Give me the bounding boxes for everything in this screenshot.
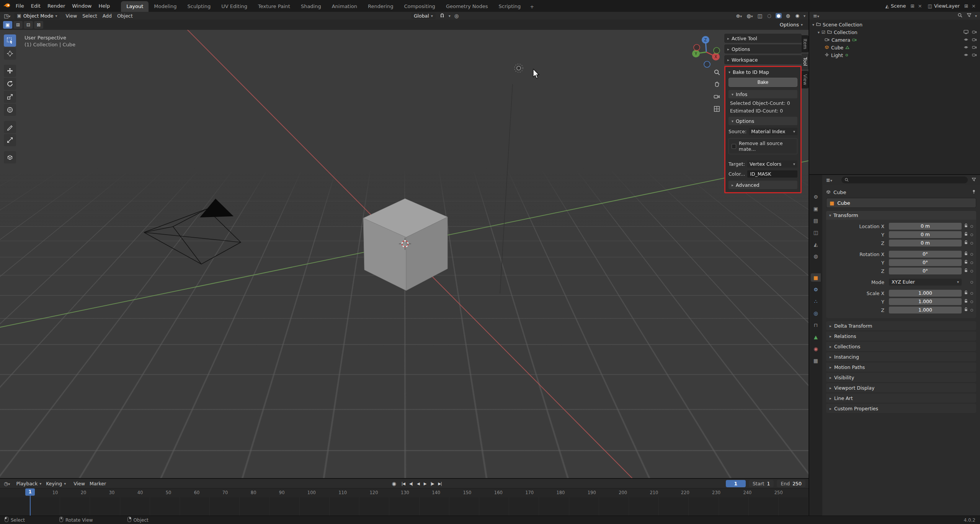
bake-button[interactable]: Bake — [728, 78, 797, 87]
annotate-tool[interactable] — [4, 121, 16, 133]
tab-constraints-icon[interactable]: ⊓ — [811, 321, 821, 329]
lock-icon[interactable] — [964, 240, 968, 246]
workspace-tab-active[interactable]: Layout — [121, 1, 149, 12]
lock-icon[interactable] — [964, 251, 968, 257]
number-field[interactable]: 0° — [889, 268, 962, 274]
tab-viewlayer-icon[interactable]: ◫ — [811, 228, 821, 237]
unlink-viewlayer-icon[interactable]: × — [970, 3, 977, 9]
current-frame-field[interactable]: 1 — [726, 480, 746, 487]
viewport-canvas[interactable]: User Perspective (1) Collection | Cube — [0, 30, 808, 478]
blender-logo-icon[interactable] — [3, 3, 11, 9]
workspace-tab[interactable]: UV Editing — [216, 1, 253, 12]
workspace-tab[interactable]: Compositing — [399, 1, 441, 12]
zoom-icon[interactable] — [711, 67, 722, 77]
search-icon[interactable] — [957, 13, 963, 19]
timeline-ruler[interactable]: 1102030405060708090100110120130140150160… — [0, 488, 808, 497]
transport-button[interactable]: ◀| — [408, 481, 414, 486]
topbar-menu-item[interactable]: Edit — [28, 2, 44, 10]
disable-render-icon[interactable] — [972, 52, 977, 58]
add-cube-tool[interactable] — [4, 151, 16, 163]
collection-checkbox[interactable]: ☑ — [822, 30, 825, 35]
disable-render-icon[interactable] — [972, 45, 977, 51]
advanced-subpanel-header[interactable]: ▸ Advanced — [728, 181, 797, 189]
outliner-row-light[interactable]: Light — [809, 51, 980, 59]
frame-start-field[interactable]: Start 1 — [749, 480, 774, 487]
ortho-toggle-icon[interactable] — [711, 103, 722, 114]
workspace-tab[interactable]: Shading — [296, 1, 327, 12]
snap-magnet-icon[interactable] — [439, 13, 446, 19]
shading-dropdown-icon[interactable]: ▾ — [804, 14, 805, 18]
animate-dot[interactable] — [970, 261, 973, 264]
animate-dot[interactable] — [970, 233, 973, 236]
tab-material-icon[interactable]: ◉ — [811, 344, 821, 353]
timeline-editor-icon[interactable]: ◷▾ — [3, 481, 11, 486]
new-scene-icon[interactable]: ⊞ — [911, 3, 915, 9]
outliner-row-scene-collection[interactable]: ▾ Scene Collection — [809, 21, 980, 28]
unlink-scene-icon[interactable]: × — [917, 3, 923, 9]
cube-object[interactable] — [363, 199, 448, 291]
number-field[interactable]: 0 m — [889, 240, 962, 246]
xray-toggle-icon[interactable]: ◫ — [757, 13, 763, 19]
new-viewlayer-icon[interactable]: ⊞ — [964, 3, 968, 9]
animate-dot[interactable] — [970, 292, 973, 295]
lock-icon[interactable] — [964, 223, 968, 229]
viewport-menu-item[interactable]: Object — [114, 13, 136, 19]
animate-dot[interactable] — [970, 225, 973, 228]
outliner-editor-icon[interactable]: ≡▾ — [812, 13, 820, 19]
rotate-tool[interactable] — [4, 78, 16, 90]
shading-wireframe-icon[interactable]: ◌ — [766, 13, 772, 18]
workspace-tab[interactable]: Texture Paint — [253, 1, 296, 12]
filter-icon[interactable] — [971, 177, 977, 183]
disable-render-icon[interactable] — [972, 29, 977, 35]
hide-viewport-icon[interactable] — [964, 29, 969, 35]
target-dropdown[interactable]: Vertex Colors ▾ — [747, 160, 797, 168]
lock-icon[interactable] — [964, 299, 968, 305]
section-header[interactable]: ▸ Line Art — [826, 393, 976, 403]
topbar-menu-item[interactable]: File — [12, 2, 28, 10]
timeline-menu-item[interactable]: Keying▾ — [44, 480, 68, 487]
remove-source-checkbox[interactable] — [732, 144, 736, 149]
number-field[interactable]: 1.000 — [889, 298, 962, 305]
number-field[interactable]: 1.000 — [889, 307, 962, 313]
measure-tool[interactable] — [4, 134, 16, 146]
transport-button[interactable]: ◀ — [415, 481, 421, 486]
rotation-mode-dropdown[interactable]: XYZ Euler ▾ — [889, 279, 962, 286]
lock-icon[interactable] — [964, 232, 968, 238]
tab-modifiers-icon[interactable]: ⚙ — [811, 285, 821, 294]
viewport-menu-item[interactable]: View — [63, 13, 80, 19]
section-header[interactable]: ▸ Instancing — [826, 352, 976, 361]
animate-dot[interactable] — [970, 253, 973, 256]
topbar-menu-item[interactable]: Render — [44, 2, 69, 10]
transport-button[interactable]: |◀ — [400, 481, 407, 486]
source-dropdown[interactable]: Material Index ▾ — [749, 128, 797, 135]
outliner-row-collection[interactable]: ▾ ☑ Collection — [809, 28, 980, 36]
section-header[interactable]: ▸ Viewport Display — [826, 383, 976, 392]
gizmos-toggle-icon[interactable]: ⊕▾ — [735, 13, 743, 19]
workspace-tab[interactable]: Animation — [327, 1, 363, 12]
number-field[interactable]: 0 m — [889, 223, 962, 230]
section-header[interactable]: ▸ Relations — [826, 331, 976, 341]
chevron-down-icon[interactable]: ▾ — [975, 14, 977, 18]
transport-button[interactable]: |▶ — [429, 481, 435, 486]
section-header[interactable]: ▸ Visibility — [826, 373, 976, 382]
shading-rendered-icon[interactable]: ◉ — [794, 13, 800, 18]
select-mode-invert-icon[interactable]: ⊠ — [34, 21, 43, 29]
filter-icon[interactable] — [966, 13, 972, 19]
auto-keying-icon[interactable]: ◉ — [391, 481, 397, 486]
collapsed-panel-header[interactable]: ▸ Active Tool — [724, 34, 802, 43]
move-tool[interactable] — [4, 65, 16, 77]
select-mode-subtract-icon[interactable]: ⊟ — [24, 21, 33, 29]
object-name-field[interactable]: ■ Cube — [826, 198, 976, 208]
lock-icon[interactable] — [964, 260, 968, 266]
viewlayer-selector[interactable]: ◫ ViewLayer — [926, 2, 962, 10]
select-mode-new-icon[interactable]: ▣ — [3, 21, 12, 29]
outliner-row-camera[interactable]: Camera — [809, 36, 980, 44]
disclosure-arrow-icon[interactable]: ▾ — [818, 30, 820, 34]
search-input[interactable] — [851, 177, 965, 183]
tab-tool[interactable]: Tool — [802, 54, 808, 69]
outliner-row-cube[interactable]: Cube — [809, 44, 980, 51]
scale-tool[interactable] — [4, 91, 16, 103]
tab-render-icon[interactable]: ▣ — [811, 204, 821, 213]
timeline-menu-item[interactable]: Marker — [87, 480, 108, 487]
section-header[interactable]: ▸ Motion Paths — [826, 362, 976, 372]
